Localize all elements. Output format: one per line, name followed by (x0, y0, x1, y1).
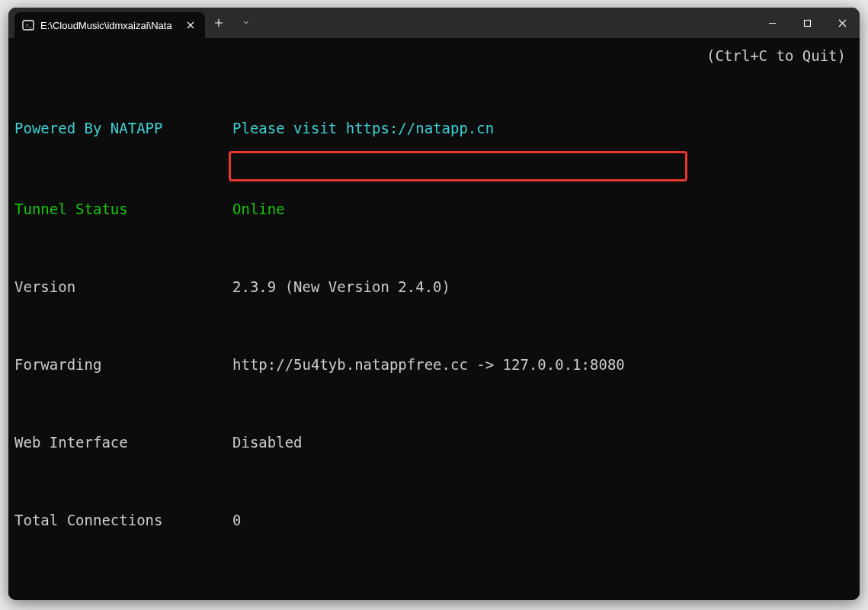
minimize-button[interactable] (754, 8, 790, 38)
terminal-body[interactable]: (Ctrl+C to Quit) Powered By NATAPP Pleas… (8, 38, 860, 600)
tab-close-button[interactable] (184, 18, 197, 32)
terminal-app-icon: >_ (22, 19, 34, 31)
value-web-interface: Disabled (232, 435, 303, 450)
titlebar: >_ E:\CloudMusic\idmxaizai\Nata (8, 8, 860, 38)
label-version: Version (14, 280, 232, 294)
value-total-connections: 0 (232, 513, 241, 528)
maximize-button[interactable] (790, 8, 825, 38)
close-window-button[interactable] (825, 8, 860, 38)
label-total-connections: Total Connections (14, 513, 232, 528)
terminal-window: >_ E:\CloudMusic\idmxaizai\Nata (8, 8, 860, 600)
header-visit-url: Please visit https://natapp.cn (232, 121, 494, 136)
quit-hint: (Ctrl+C to Quit) (706, 49, 846, 63)
titlebar-drag-region[interactable] (260, 8, 754, 38)
forwarding-highlight-annotation (229, 151, 687, 181)
value-forwarding: http://5u4tyb.natappfree.cc -> 127.0.0.1… (232, 358, 625, 372)
new-tab-button[interactable] (205, 8, 232, 38)
tab-title: E:\CloudMusic\idmxaizai\Nata (40, 20, 178, 31)
svg-rect-2 (804, 20, 810, 26)
label-web-interface: Web Interface (14, 435, 232, 450)
value-tunnel-status: Online (232, 202, 285, 217)
value-version: 2.3.9 (New Version 2.4.0) (232, 280, 450, 294)
label-forwarding: Forwarding (14, 358, 232, 372)
header-powered-by: Powered By NATAPP (14, 121, 232, 136)
label-tunnel-status: Tunnel Status (14, 202, 232, 217)
svg-text:>_: >_ (25, 22, 33, 29)
tab-dropdown-button[interactable] (232, 8, 260, 38)
tab-strip: >_ E:\CloudMusic\idmxaizai\Nata (8, 8, 205, 38)
tab-active[interactable]: >_ E:\CloudMusic\idmxaizai\Nata (14, 12, 205, 38)
window-controls (754, 8, 860, 38)
